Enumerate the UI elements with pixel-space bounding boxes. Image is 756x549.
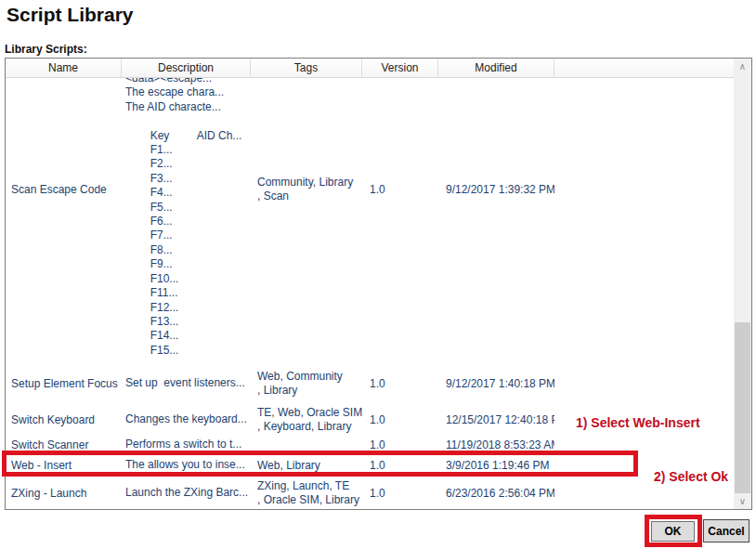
tags-text: ZXing, Launch, TE , Oracle SIM, Library [257,479,359,507]
table-header: NameDescriptionTagsVersionModified [6,59,734,78]
cell-name: Scan Escape Code [6,78,122,363]
tags-text: Community, Library , Scan [257,176,353,203]
table-row[interactable]: Setup Element FocusSet up event listener… [6,363,734,404]
cell-version: 1.0 [362,477,438,507]
tags-text: Web, Community , Library [257,370,343,398]
tags-text: TE, Web, Oracle SIM , Keyboard, Library [257,406,362,434]
column-header-modified[interactable]: Modified [438,59,554,77]
annotation-step-1: 1) Select Web-Insert [576,415,700,430]
column-header-empty[interactable] [554,59,734,77]
cell-description: <data><escape... The escape chara... The… [122,78,251,363]
chevron-down-icon: ∨ [739,496,746,506]
cell-description: Changes the keyboard... [122,404,251,436]
cell-tags: Community, Library , Scan [251,78,362,363]
cell-tags: ZXing, Launch, TE , Oracle SIM, Library [251,477,362,507]
cell-modified: 9/12/2017 1:39:32 PM [438,78,554,363]
cell-name: Setup Element Focus [6,363,122,404]
cell-modified: 12/15/2017 12:40:18 PM [438,404,554,436]
highlight-box-ok-button [645,515,702,547]
annotation-step-2: 2) Select Ok [654,469,728,484]
cell-modified: 6/23/2016 2:56:04 PM [438,477,554,507]
table-row[interactable]: ZXing - LaunchLaunch the ZXing Barc...ZX… [6,477,734,507]
table-body: Scan Escape Code<data><escape... The esc… [6,78,734,507]
cell-version: 1.0 [362,78,438,363]
description-text: Performs a switch to t... [125,438,241,451]
column-header-tags[interactable]: Tags [251,59,362,77]
cell-version: 1.0 [362,363,438,404]
description-text: Launch the ZXing Barc... [125,486,248,500]
scrollbar-up-button[interactable]: ∧ [734,59,751,74]
cell-empty [554,363,734,404]
library-scripts-label: Library Scripts: [5,43,87,56]
description-text: <data><escape... The escape chara... The… [125,78,241,358]
table-row[interactable]: Scan Escape Code<data><escape... The esc… [6,78,734,363]
description-text: Changes the keyboard... [125,412,247,426]
cell-name: Switch Keyboard [6,404,122,436]
cancel-button[interactable]: Cancel [703,519,749,542]
cell-description: Set up event listeners... [122,363,251,404]
cell-tags: Web, Community , Library [251,363,362,404]
highlight-box-web-insert-row [2,451,638,477]
column-header-description[interactable]: Description [122,59,251,77]
column-header-version[interactable]: Version [362,59,438,77]
scrollbar-down-button[interactable]: ∨ [734,493,751,509]
page-title: Script Library [7,4,134,26]
column-header-name[interactable]: Name [6,59,122,77]
cell-name: ZXing - Launch [6,477,122,507]
library-scripts-table: NameDescriptionTagsVersionModified Scan … [5,58,752,510]
cell-empty [554,78,734,363]
cell-description: Launch the ZXing Barc... [122,477,251,507]
cell-version: 1.0 [362,404,438,436]
description-text: Set up event listeners... [125,376,245,390]
scrollbar-thumb[interactable] [735,322,750,493]
vertical-scrollbar[interactable]: ∧ ∨ [734,59,751,509]
cell-tags: TE, Web, Oracle SIM , Keyboard, Library [251,404,362,436]
chevron-up-icon: ∧ [739,61,746,72]
cell-modified: 9/12/2017 1:40:18 PM [438,363,554,404]
